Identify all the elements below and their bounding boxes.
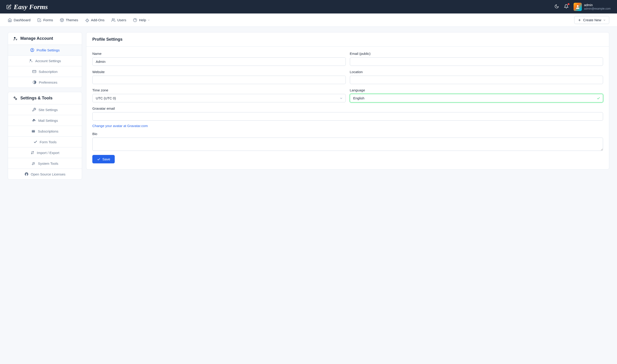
top-header-right: admin admin@example.com <box>554 3 611 11</box>
main-content: Profile Settings Name Email (public) Web… <box>86 32 609 180</box>
field-bio: Bio <box>92 132 603 151</box>
field-website: Website <box>92 70 346 84</box>
textarea-bio[interactable] <box>92 138 603 151</box>
sidebar-item-licenses[interactable]: Open Source Licenses <box>8 169 82 179</box>
sidebar-item-preferences[interactable]: Preferences <box>8 77 82 88</box>
sidebar-item-label: Import / Export <box>37 151 59 155</box>
manage-account-header: Manage Account <box>8 32 82 45</box>
gravatar-link[interactable]: Change your avatar at Gravatar.com <box>92 124 603 128</box>
nav-label: Add-Ons <box>91 18 104 22</box>
svg-point-10 <box>14 37 15 39</box>
create-new-label: Create New <box>583 18 601 22</box>
field-email: Email (public) <box>350 52 603 66</box>
field-language: Language English <box>350 88 603 102</box>
svg-point-14 <box>30 59 31 61</box>
nav-dashboard[interactable]: Dashboard <box>8 18 30 22</box>
nav-users[interactable]: Users <box>111 18 126 22</box>
nav-forms[interactable]: Forms <box>37 18 53 22</box>
sidebar-item-label: Profile Settings <box>37 48 60 52</box>
field-location: Location <box>350 70 603 84</box>
label-language: Language <box>350 88 603 92</box>
check-icon <box>597 96 600 100</box>
sidebar-item-subscriptions[interactable]: Subscriptions <box>8 126 82 137</box>
sidebar-item-label: Site Settings <box>39 108 58 112</box>
select-language[interactable]: English <box>350 94 603 102</box>
svg-point-19 <box>14 97 15 98</box>
top-header: Easy Forms admin admin@example.com <box>0 0 617 13</box>
settings-tools-card: Settings & Tools Site Settings Mail Sett… <box>8 92 82 180</box>
brand-text: Easy Forms <box>14 3 48 11</box>
svg-point-5 <box>112 18 114 20</box>
sidebar-item-mail-settings[interactable]: Mail Settings <box>8 115 82 126</box>
label-location: Location <box>350 70 603 74</box>
user-menu[interactable]: admin admin@example.com <box>574 3 611 11</box>
nav-links: Dashboard Forms Themes Add-Ons Users Hel… <box>8 18 150 22</box>
credit-card-icon <box>32 69 36 74</box>
label-gravatar: Gravatar email <box>92 106 603 110</box>
user-info: admin admin@example.com <box>584 3 611 10</box>
brand[interactable]: Easy Forms <box>6 3 48 11</box>
sidebar-item-import-export[interactable]: Import / Export <box>8 147 82 158</box>
save-label: Save <box>102 157 110 161</box>
sidebar-item-label: Preferences <box>39 80 57 84</box>
nav-label: Themes <box>66 18 78 22</box>
avatar <box>574 3 582 11</box>
chevron-down-icon <box>603 19 606 22</box>
sidebar-item-label: Mail Settings <box>39 118 58 122</box>
section-title: Manage Account <box>20 36 53 41</box>
svg-point-4 <box>62 20 62 21</box>
notifications-button[interactable] <box>564 4 568 9</box>
input-email[interactable] <box>350 57 603 66</box>
osi-icon <box>25 172 28 176</box>
label-timezone: Time zone <box>92 88 346 92</box>
notification-dot <box>568 3 569 5</box>
sidebar: Manage Account Profile Settings Account … <box>8 32 82 180</box>
settings-tools-header: Settings & Tools <box>8 92 82 104</box>
save-button[interactable]: Save <box>92 155 115 163</box>
nav-themes[interactable]: Themes <box>60 18 78 22</box>
create-new-button[interactable]: Create New <box>574 16 609 24</box>
svg-point-11 <box>16 39 17 40</box>
wallet-icon <box>31 129 35 133</box>
upload-cloud-icon <box>32 118 36 122</box>
sidebar-item-profile-settings[interactable]: Profile Settings <box>8 45 82 55</box>
nav-help[interactable]: Help <box>133 18 150 22</box>
nav-label: Dashboard <box>14 18 30 22</box>
check-icon <box>33 140 38 144</box>
field-name: Name <box>92 52 346 66</box>
label-email: Email (public) <box>350 52 603 55</box>
form-grid: Name Email (public) Website Location <box>92 52 603 151</box>
sidebar-item-label: Account Settings <box>35 59 61 63</box>
dark-mode-toggle[interactable] <box>554 4 559 9</box>
sort-icon <box>30 151 35 155</box>
input-website[interactable] <box>92 76 346 84</box>
sidebar-item-account-settings[interactable]: Account Settings <box>8 55 82 66</box>
nav-addons[interactable]: Add-Ons <box>85 18 104 22</box>
users-icon <box>111 18 116 22</box>
check-square-icon <box>37 18 41 22</box>
plus-icon <box>578 18 581 22</box>
sidebar-item-label: System Tools <box>38 162 58 165</box>
nav-label: Help <box>139 18 146 22</box>
sidebar-item-subscription[interactable]: Subscription <box>8 66 82 77</box>
puzzle-icon <box>85 18 89 22</box>
sidebar-item-system-tools[interactable]: System Tools <box>8 158 82 169</box>
sidebar-item-form-tools[interactable]: Form Tools <box>8 137 82 147</box>
svg-point-20 <box>15 98 17 99</box>
input-name[interactable] <box>92 57 346 66</box>
sidebar-item-label: Form Tools <box>40 140 57 144</box>
input-location[interactable] <box>350 76 603 84</box>
svg-rect-16 <box>33 70 36 73</box>
moon-icon <box>554 4 559 9</box>
user-cog-icon <box>13 36 18 41</box>
label-name: Name <box>92 52 346 55</box>
input-gravatar[interactable] <box>92 112 603 121</box>
svg-rect-21 <box>32 130 35 132</box>
select-timezone[interactable]: UTC (UTC 0) <box>92 94 346 102</box>
manage-account-card: Manage Account Profile Settings Account … <box>8 32 82 88</box>
home-icon <box>8 18 12 22</box>
sidebar-item-label: Open Source Licenses <box>31 172 65 176</box>
nav-bar: Dashboard Forms Themes Add-Ons Users Hel… <box>0 13 617 27</box>
content-title: Profile Settings <box>86 32 609 47</box>
sidebar-item-site-settings[interactable]: Site Settings <box>8 104 82 115</box>
